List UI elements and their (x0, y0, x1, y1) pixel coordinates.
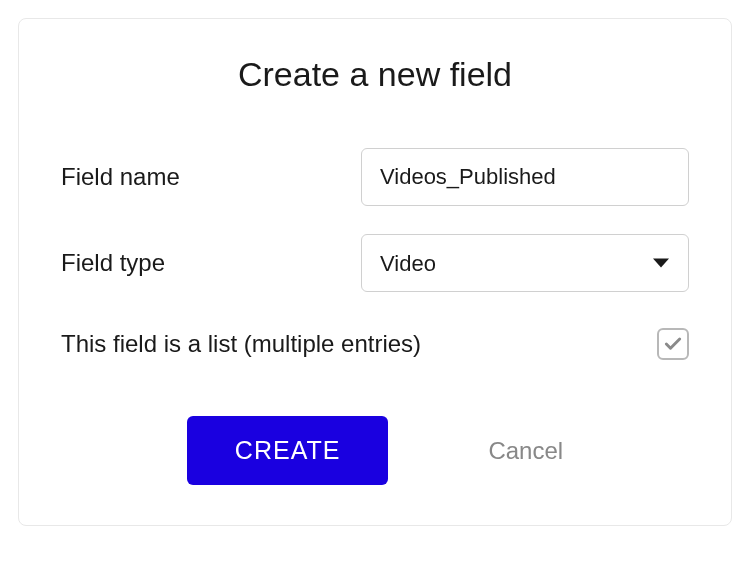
create-button[interactable]: CREATE (187, 416, 389, 485)
list-checkbox-label: This field is a list (multiple entries) (61, 330, 421, 358)
check-icon (663, 334, 683, 354)
create-field-dialog: Create a new field Field name Field type… (18, 18, 732, 526)
list-checkbox-row: This field is a list (multiple entries) (61, 328, 689, 360)
field-name-label: Field name (61, 163, 361, 191)
field-type-label: Field type (61, 249, 361, 277)
dialog-title: Create a new field (61, 55, 689, 94)
cancel-button[interactable]: Cancel (488, 437, 563, 465)
field-type-row: Field type Video (61, 234, 689, 292)
list-checkbox[interactable] (657, 328, 689, 360)
field-type-select[interactable]: Video (361, 234, 689, 292)
field-name-row: Field name (61, 148, 689, 206)
field-name-input[interactable] (361, 148, 689, 206)
field-type-select-wrap: Video (361, 234, 689, 292)
dialog-buttons: CREATE Cancel (61, 416, 689, 485)
